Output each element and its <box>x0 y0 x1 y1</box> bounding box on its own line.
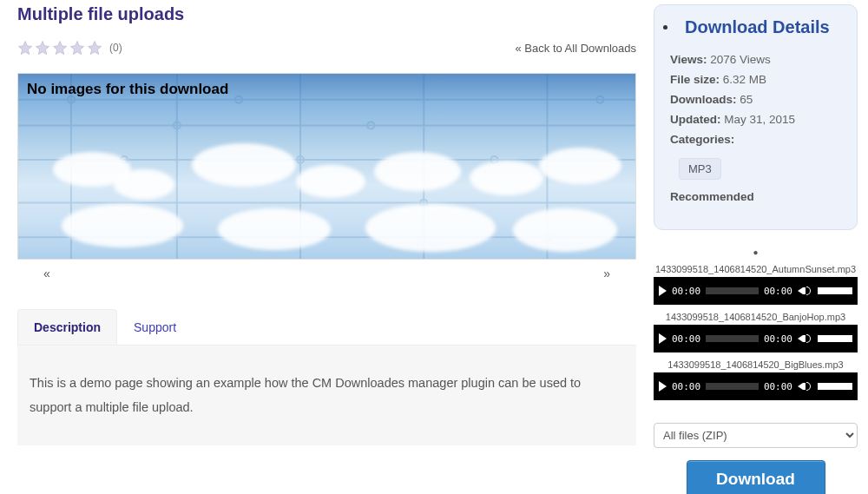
updated-row: Updated: May 31, 2015 <box>670 113 841 126</box>
download-button[interactable]: Download <box>687 460 825 494</box>
seek-bar[interactable] <box>706 287 759 294</box>
seek-bar[interactable] <box>706 335 759 342</box>
star-icon[interactable] <box>52 40 68 56</box>
rating-count: (0) <box>109 42 122 54</box>
filesize-row: File size: 6.32 MB <box>670 73 841 86</box>
audio-player: 00:0000:00 <box>654 372 858 400</box>
volume-bar[interactable] <box>818 335 852 342</box>
tab-support[interactable]: Support <box>117 309 193 345</box>
audio-player: 00:0000:00 <box>654 277 858 305</box>
volume-icon[interactable] <box>798 382 811 391</box>
play-icon[interactable] <box>659 381 667 392</box>
page-title: Multiple file uploads <box>17 4 636 24</box>
gallery-prev[interactable]: « <box>43 267 50 280</box>
play-icon[interactable] <box>659 286 667 296</box>
tab-description[interactable]: Description <box>17 309 117 345</box>
gallery-image: No images for this download <box>17 73 636 260</box>
downloads-row: Downloads: 65 <box>670 93 841 106</box>
duration: 00:00 <box>764 333 792 345</box>
volume-icon[interactable] <box>798 287 811 295</box>
volume-bar[interactable] <box>818 383 852 390</box>
file-select[interactable]: All files (ZIP) <box>654 423 858 448</box>
duration: 00:00 <box>764 286 792 297</box>
current-time: 00:00 <box>672 286 700 297</box>
no-images-label: No images for this download <box>27 81 228 98</box>
audio-player: 00:0000:00 <box>654 325 858 352</box>
star-icon[interactable] <box>17 40 33 56</box>
bullet-icon <box>663 25 667 30</box>
current-time: 00:00 <box>672 381 700 392</box>
back-link[interactable]: « Back to All Downloads <box>516 42 636 55</box>
category-badge[interactable]: MP3 <box>679 158 721 180</box>
play-icon[interactable] <box>659 333 667 344</box>
views-row: Views: 2076 Views <box>670 53 841 66</box>
star-icon[interactable] <box>35 40 50 56</box>
tab-body-description: This is a demo page showing an example h… <box>17 346 636 445</box>
audio-filename: 1433099518_1406814520_AutumnSunset.mp3 <box>654 264 858 274</box>
audio-filename: 1433099518_1406814520_BigBlues.mp3 <box>654 359 858 370</box>
details-heading: Download Details <box>685 17 830 37</box>
volume-icon[interactable] <box>798 334 811 343</box>
download-details-panel: Download Details Views: 2076 Views File … <box>654 4 858 230</box>
gallery-next[interactable]: » <box>603 267 610 280</box>
star-rating[interactable]: (0) <box>17 40 122 56</box>
audio-filename: 1433099518_1406814520_BanjoHop.mp3 <box>654 312 858 322</box>
recommended-row: Recommended <box>670 190 841 203</box>
seek-bar[interactable] <box>706 383 759 390</box>
current-time: 00:00 <box>672 333 700 345</box>
star-icon[interactable] <box>87 40 102 56</box>
duration: 00:00 <box>764 381 792 392</box>
star-icon[interactable] <box>69 40 85 56</box>
volume-bar[interactable] <box>818 287 852 294</box>
categories-row: Categories: <box>670 133 841 146</box>
separator-dot: ● <box>654 247 858 257</box>
